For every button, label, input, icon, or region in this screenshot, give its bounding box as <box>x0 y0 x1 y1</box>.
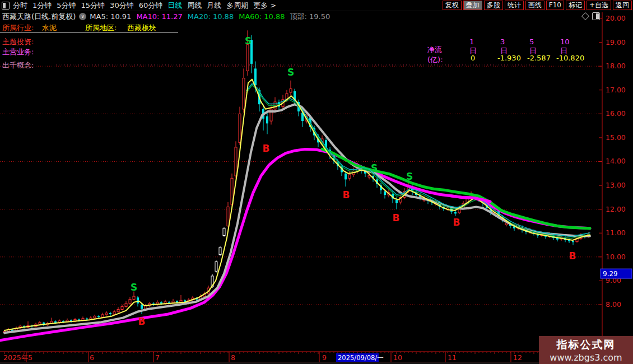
theme-label: 主题投资: <box>2 37 34 47</box>
toolbar-button[interactable]: 叠加 <box>463 1 482 10</box>
svg-text:14.00: 14.00 <box>606 157 626 165</box>
toolbar-button[interactable]: +自选 <box>587 1 611 10</box>
sell-signal-marker: S <box>406 171 413 182</box>
sell-signal-marker: S <box>245 35 252 46</box>
watermark: 指标公式网 www.zbgs3.com <box>539 336 633 364</box>
ma-fast-yellow <box>4 80 590 330</box>
svg-text:17.00: 17.00 <box>606 86 626 94</box>
period-menu-item[interactable]: 多周期 <box>226 1 248 11</box>
svg-text:11.00: 11.00 <box>606 228 626 237</box>
netflow-label: 净流(亿): <box>427 45 443 65</box>
month-label: 8 <box>231 353 235 362</box>
buy-signal-marker: B <box>393 212 400 223</box>
ma-values: MA5: 10.91MA10: 11.27MA20: 10.88MA60: 10… <box>90 12 335 22</box>
month-label: 10 <box>393 353 402 362</box>
toolbar-buttons: 复权叠加多股统计画线F10标记+自选返回 <box>443 1 633 10</box>
ma-value: 顶部: 19.50 <box>290 12 331 21</box>
region-label: 所属地区: <box>85 23 117 33</box>
svg-text:18.00: 18.00 <box>606 62 626 70</box>
toolbar-button[interactable]: F10 <box>546 1 564 10</box>
netflow-value: 0 <box>471 54 475 62</box>
month-label: 12 <box>513 353 522 362</box>
ma-slow-magenta <box>0 149 590 340</box>
svg-text:19.00: 19.00 <box>606 38 626 46</box>
svg-text:15.00: 15.00 <box>606 133 626 142</box>
month-label: 6 <box>90 353 94 362</box>
ma-value: MA10: 11.27 <box>136 12 182 21</box>
app-window: 分时1分钟5分钟15分钟30分钟60分钟日线周线月线多周期更多 > 复权叠加多股… <box>0 0 633 364</box>
region-value[interactable]: 西藏板块 <box>127 23 156 33</box>
watermark-title: 指标公式网 <box>539 338 633 352</box>
period-menu-item[interactable]: 日线 <box>167 1 182 11</box>
gridlines <box>0 66 602 305</box>
period-menu-item[interactable]: 15分钟 <box>81 1 105 11</box>
industry-label: 所属行业: <box>2 23 34 33</box>
period-menu-item[interactable]: 5分钟 <box>57 1 76 11</box>
candlestick-series <box>3 30 590 334</box>
pane-toggle-icon[interactable] <box>592 12 600 20</box>
toolbar-button[interactable]: 返回 <box>613 1 632 10</box>
month-label: 7 <box>155 353 160 362</box>
sell-signal-marker: S <box>287 67 294 78</box>
industry-value[interactable]: 水泥 <box>42 23 57 33</box>
sell-signal-marker: S <box>371 162 378 174</box>
ma-mid-gray <box>4 104 590 333</box>
watermark-url: www.zbgs3.com <box>539 352 633 363</box>
x-axis: 2025年567891011122025/09/08/一 <box>0 352 633 362</box>
chart-header: 西藏天路(日线.前复权) ∨ MA5: 10.91MA10: 11.27MA20… <box>0 12 335 21</box>
netflow-value: -10.820 <box>556 54 584 62</box>
netflow-value: -2.587 <box>527 54 551 62</box>
year-label: 2025年 <box>3 353 28 362</box>
toolbar-button[interactable]: 复权 <box>443 1 462 10</box>
svg-text:9.29: 9.29 <box>603 270 618 278</box>
toolbar-button[interactable]: 标记 <box>566 1 585 10</box>
window-toggle-icon[interactable] <box>2 2 10 10</box>
period-menu: 分时1分钟5分钟15分钟30分钟60分钟日线周线月线多周期更多 > <box>13 1 281 11</box>
month-label: 11 <box>448 353 457 362</box>
signal-markers: SBSBSBSBSBB <box>131 35 576 326</box>
ma-value: MA60: 10.88 <box>239 12 285 21</box>
buy-signal-marker: B <box>569 250 576 262</box>
ma-value: MA20: 10.88 <box>188 12 234 21</box>
svg-text:20.00: 20.00 <box>606 14 626 22</box>
month-label: 9 <box>322 353 327 362</box>
stock-title: 西藏天路(日线.前复权) <box>2 12 76 22</box>
svg-text:10.00: 10.00 <box>606 253 626 261</box>
ma-value: MA5: 10.91 <box>90 12 131 21</box>
period-menu-item[interactable]: 60分钟 <box>139 1 163 11</box>
svg-text:16.00: 16.00 <box>606 109 626 118</box>
buy-signal-marker: B <box>343 189 350 200</box>
y-axis: 20.0019.0018.0017.0016.0015.0014.0013.00… <box>599 12 632 352</box>
netflow-value: -1.930 <box>497 54 521 62</box>
toolbar-button[interactable]: 统计 <box>505 1 524 10</box>
chevron-down-icon[interactable]: ∨ <box>79 13 86 20</box>
buy-signal-marker: B <box>263 143 270 154</box>
top-toolbar: 分时1分钟5分钟15分钟30分钟60分钟日线周线月线多周期更多 > 复权叠加多股… <box>0 0 633 11</box>
sell-signal-marker: S <box>131 282 137 293</box>
buy-signal-marker: B <box>453 217 460 228</box>
svg-text:13.00: 13.00 <box>606 181 626 189</box>
svg-text:12.00: 12.00 <box>606 205 626 213</box>
toolbar-button[interactable]: 多股 <box>484 1 503 10</box>
period-menu-item[interactable]: 1分钟 <box>32 1 52 11</box>
indicator-lines <box>0 80 590 340</box>
toolbar-button[interactable]: 画线 <box>525 1 544 10</box>
concept-label: 出千概念: <box>2 60 34 71</box>
period-menu-item[interactable]: 更多 > <box>253 1 276 11</box>
period-menu-item[interactable]: 月线 <box>207 1 221 11</box>
svg-text:8.00: 8.00 <box>606 300 621 309</box>
business-label: 主营业务: <box>2 47 34 57</box>
diamond-icon[interactable] <box>581 12 589 20</box>
period-menu-item[interactable]: 周线 <box>187 1 202 11</box>
period-menu-item[interactable]: 分时 <box>13 1 27 11</box>
header-right-icons <box>583 12 600 20</box>
svg-text:2025/09/08/一: 2025/09/08/一 <box>338 354 384 362</box>
buy-signal-marker: B <box>138 316 146 327</box>
month-label: 5 <box>28 353 32 362</box>
period-menu-item[interactable]: 30分钟 <box>110 1 134 11</box>
